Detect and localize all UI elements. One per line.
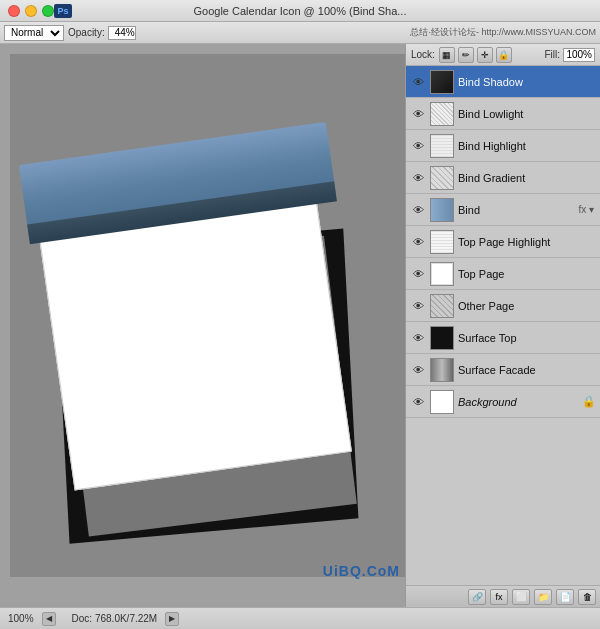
- close-button[interactable]: [8, 5, 20, 17]
- new-layer-btn[interactable]: 📄: [556, 589, 574, 605]
- lock-label: Lock:: [411, 49, 435, 60]
- fx-badge: fx ▾: [578, 204, 594, 215]
- layer-bind-highlight[interactable]: 👁 Bind Highlight: [406, 130, 600, 162]
- zoom-value: 100%: [8, 613, 34, 624]
- opacity-control: Opacity:: [68, 26, 136, 40]
- main-area: UiBQ.CoM Lock: ▦ ✏ ✛ 🔒 Fill: 👁: [0, 44, 600, 607]
- layer-name-top-page-highlight: Top Page Highlight: [458, 236, 596, 248]
- layer-thumb-other-page: [430, 294, 454, 318]
- website-tag: 总结·经设计论坛- http://www.MISSYUAN.COM: [410, 26, 596, 39]
- layer-name-top-page: Top Page: [458, 268, 596, 280]
- layer-thumb-bind-gradient: [430, 166, 454, 190]
- lock-paint-btn[interactable]: ✏: [458, 47, 474, 63]
- layer-name-bind: Bind: [458, 204, 574, 216]
- next-page-btn[interactable]: ▶: [165, 612, 179, 626]
- layers-list[interactable]: 👁 Bind Shadow 👁 Bind Lowlight 👁: [406, 66, 600, 585]
- layer-other-page[interactable]: 👁 Other Page: [406, 290, 600, 322]
- layer-thumb-bind-lowlight: [430, 102, 454, 126]
- new-group-btn[interactable]: 📁: [534, 589, 552, 605]
- layer-bind[interactable]: 👁 Bind fx ▾: [406, 194, 600, 226]
- canvas-area[interactable]: UiBQ.CoM: [0, 44, 405, 607]
- blend-mode-select[interactable]: Normal Dissolve Multiply Screen Overlay: [4, 25, 64, 41]
- visibility-icon[interactable]: 👁: [410, 266, 426, 282]
- layer-bind-gradient[interactable]: 👁 Bind Gradient: [406, 162, 600, 194]
- layer-name-other-page: Other Page: [458, 300, 596, 312]
- layer-name-bind-lowlight: Bind Lowlight: [458, 108, 596, 120]
- layer-top-page[interactable]: 👁 Top Page: [406, 258, 600, 290]
- fill-input[interactable]: [563, 48, 595, 62]
- doc-info: Doc: 768.0K/7.22M: [72, 613, 158, 624]
- visibility-icon[interactable]: 👁: [410, 138, 426, 154]
- lock-icons: ▦ ✏ ✛ 🔒: [439, 47, 512, 63]
- layer-thumb-bind-highlight: [430, 134, 454, 158]
- opacity-input[interactable]: [108, 26, 136, 40]
- layer-surface-facade[interactable]: 👁 Surface Facade: [406, 354, 600, 386]
- visibility-icon[interactable]: 👁: [410, 298, 426, 314]
- layers-top-bar: Lock: ▦ ✏ ✛ 🔒 Fill:: [406, 44, 600, 66]
- link-layers-btn[interactable]: 🔗: [468, 589, 486, 605]
- visibility-icon[interactable]: 👁: [410, 330, 426, 346]
- lock-transparency-btn[interactable]: ▦: [439, 47, 455, 63]
- layer-thumb-bind-shadow: [430, 70, 454, 94]
- prev-page-btn[interactable]: ◀: [42, 612, 56, 626]
- layers-bottom: 🔗 fx ⬜ 📁 📄 🗑: [406, 585, 600, 607]
- fill-label: Fill:: [544, 49, 560, 60]
- traffic-lights[interactable]: [8, 5, 54, 17]
- layer-thumb-surface-facade: [430, 358, 454, 382]
- background-lock-badge: 🔒: [582, 395, 596, 408]
- layer-bind-shadow[interactable]: 👁 Bind Shadow: [406, 66, 600, 98]
- lock-move-btn[interactable]: ✛: [477, 47, 493, 63]
- visibility-icon[interactable]: 👁: [410, 234, 426, 250]
- ps-icon: Ps: [54, 4, 72, 18]
- layer-thumb-top-page: [430, 262, 454, 286]
- visibility-icon[interactable]: 👁: [410, 394, 426, 410]
- visibility-icon[interactable]: 👁: [410, 74, 426, 90]
- visibility-icon[interactable]: 👁: [410, 106, 426, 122]
- layer-name-surface-top: Surface Top: [458, 332, 596, 344]
- visibility-icon[interactable]: 👁: [410, 362, 426, 378]
- layer-name-background: Background: [458, 396, 578, 408]
- layer-bind-lowlight[interactable]: 👁 Bind Lowlight: [406, 98, 600, 130]
- fill-area: Fill:: [544, 48, 595, 62]
- layer-name-bind-gradient: Bind Gradient: [458, 172, 596, 184]
- status-bar: 100% ◀ Doc: 768.0K/7.22M ▶: [0, 607, 600, 629]
- options-bar: Normal Dissolve Multiply Screen Overlay …: [0, 22, 600, 44]
- layer-name-bind-shadow: Bind Shadow: [458, 76, 596, 88]
- window-title: Google Calendar Icon @ 100% (Bind Sha...: [194, 5, 407, 17]
- minimize-button[interactable]: [25, 5, 37, 17]
- layer-name-bind-highlight: Bind Highlight: [458, 140, 596, 152]
- delete-layer-btn[interactable]: 🗑: [578, 589, 596, 605]
- layer-thumb-surface-top: [430, 326, 454, 350]
- layers-panel: Lock: ▦ ✏ ✛ 🔒 Fill: 👁 Bind Shadow: [405, 44, 600, 607]
- layer-thumb-bind: [430, 198, 454, 222]
- lock-all-btn[interactable]: 🔒: [496, 47, 512, 63]
- opacity-label: Opacity:: [68, 27, 105, 38]
- layer-thumb-background: [430, 390, 454, 414]
- visibility-icon[interactable]: 👁: [410, 202, 426, 218]
- add-mask-btn[interactable]: ⬜: [512, 589, 530, 605]
- maximize-button[interactable]: [42, 5, 54, 17]
- layer-surface-top[interactable]: 👁 Surface Top: [406, 322, 600, 354]
- layer-background[interactable]: 👁 Background 🔒: [406, 386, 600, 418]
- layer-thumb-top-page-highlight: [430, 230, 454, 254]
- title-bar: Ps Google Calendar Icon @ 100% (Bind Sha…: [0, 0, 600, 22]
- calendar-illustration: [18, 120, 386, 531]
- layer-top-page-highlight[interactable]: 👁 Top Page Highlight: [406, 226, 600, 258]
- visibility-icon[interactable]: 👁: [410, 170, 426, 186]
- add-style-btn[interactable]: fx: [490, 589, 508, 605]
- layer-name-surface-facade: Surface Facade: [458, 364, 596, 376]
- canvas-inner: [10, 54, 405, 577]
